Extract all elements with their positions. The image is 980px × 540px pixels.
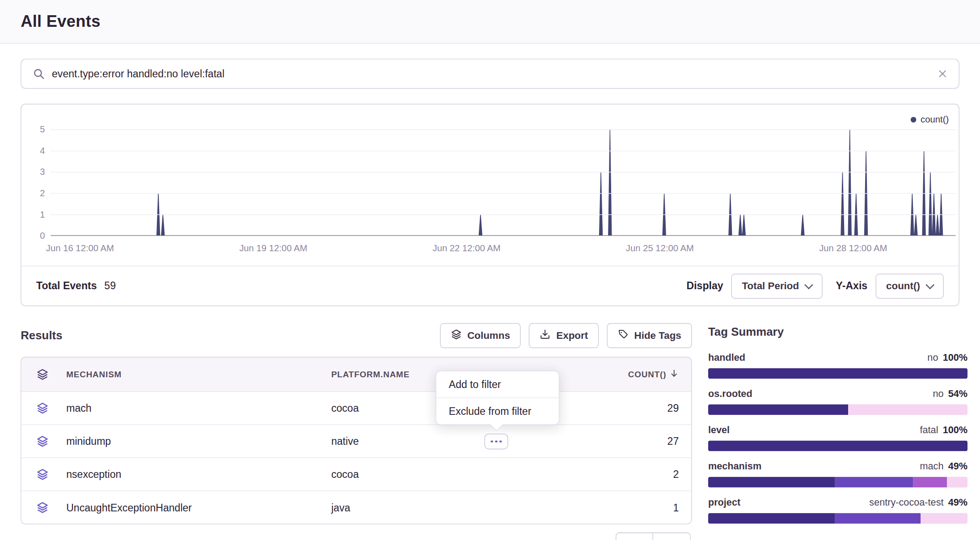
y-axis-label: 5 [21, 124, 45, 135]
column-header-mechanism[interactable]: MECHANISM [66, 370, 331, 379]
table-row[interactable]: UncaughtExceptionHandlerjava1 [21, 490, 692, 523]
tag-value: sentry-cocoa-test 49% [869, 497, 967, 508]
yaxis-select[interactable]: count() [875, 274, 944, 299]
layers-icon [21, 501, 67, 514]
events-area-chart[interactable] [51, 119, 955, 237]
layers-icon [21, 402, 67, 414]
x-axis-label: Jun 25 12:00 AM [607, 243, 713, 253]
tag-bar-segment[interactable] [708, 441, 967, 451]
chart-footer: Total Events 59 Display Total Period Y-A… [21, 266, 959, 305]
sort-desc-icon [669, 369, 679, 380]
cell-count[interactable]: 1 [579, 502, 692, 514]
tag-item: levelfatal 100% [708, 424, 967, 451]
yaxis-select-value: count() [886, 280, 920, 291]
page-header: All Events [0, 0, 980, 44]
tag-bar-segment[interactable] [708, 368, 967, 379]
search-icon [33, 68, 45, 80]
search-bar[interactable]: event.type:error handled:no level:fatal [21, 59, 959, 89]
tag-summary-list: handledno 100%os.rootedno 54%levelfatal … [708, 352, 967, 523]
x-axis-label: Jun 22 12:00 AM [414, 243, 520, 253]
pagination-prev-button[interactable] [616, 532, 653, 540]
menu-item-add-to-filter[interactable]: Add to filter [436, 371, 559, 397]
columns-button[interactable]: Columns [440, 323, 521, 348]
ellipsis-icon [491, 440, 493, 443]
cell-mechanism[interactable]: minidump [66, 435, 331, 447]
ellipsis-icon [495, 440, 498, 443]
cell-mechanism[interactable]: mach [66, 402, 331, 414]
clear-search-icon[interactable] [938, 69, 947, 79]
tag-bar-segment[interactable] [913, 477, 946, 488]
table-row[interactable]: nsexceptioncocoa2 [21, 457, 692, 490]
tag-icon [617, 329, 629, 342]
app-root: All Events event.type:error handled:no l… [0, 0, 980, 540]
cell-platform[interactable]: native [331, 435, 579, 447]
gridline [51, 236, 955, 236]
x-axis-label: Jun 19 12:00 AM [220, 243, 326, 253]
column-header-count[interactable]: COUNT() [579, 369, 692, 380]
total-events-value: 59 [104, 280, 116, 292]
tag-bar-segment[interactable] [947, 477, 967, 488]
tag-label: mechanism [708, 460, 761, 472]
layers-icon [21, 468, 67, 481]
tag-summary-title: Tag Summary [708, 325, 967, 339]
y-axis-label: 1 [21, 209, 45, 220]
page-title: All Events [21, 12, 101, 31]
export-button-label: Export [556, 330, 588, 341]
tag-bar[interactable] [708, 441, 967, 451]
pagination-next-button[interactable] [653, 532, 691, 540]
y-axis-label: 3 [21, 166, 45, 177]
ellipsis-icon [499, 440, 502, 443]
table-row[interactable]: machcocoa29 [21, 392, 692, 425]
results-actions: Columns Export Hide Tags [440, 323, 692, 348]
x-axis-label: Jun 28 12:00 AM [800, 243, 906, 253]
total-events-label: Total Events [36, 280, 97, 292]
cell-mechanism[interactable]: UncaughtExceptionHandler [66, 502, 331, 514]
export-button[interactable]: Export [529, 323, 599, 348]
pagination [616, 532, 691, 540]
tag-bar-segment[interactable] [708, 513, 835, 524]
tag-bar-segment[interactable] [835, 477, 913, 488]
tag-item: mechanismmach 49% [708, 460, 967, 487]
download-icon [540, 329, 551, 342]
gridline [51, 215, 955, 215]
tag-bar[interactable] [708, 405, 967, 415]
chevron-down-icon [805, 280, 814, 289]
tag-bar-segment[interactable] [921, 513, 967, 524]
cell-platform[interactable]: java [331, 502, 579, 514]
filter-context-menu: Add to filter Exclude from filter [435, 371, 559, 425]
display-select[interactable]: Total Period [731, 274, 823, 299]
gridline [51, 151, 955, 151]
tag-bar[interactable] [708, 513, 967, 524]
row-actions-button[interactable] [484, 434, 508, 449]
tag-bar[interactable] [708, 368, 967, 379]
chart-legend[interactable]: count() [911, 114, 949, 124]
cell-count[interactable]: 2 [579, 468, 692, 481]
cell-count[interactable]: 27 [579, 435, 692, 447]
tag-bar[interactable] [708, 477, 967, 488]
cell-count[interactable]: 29 [579, 402, 692, 414]
y-axis-label: 4 [21, 145, 45, 156]
column-header-count-label: COUNT() [628, 370, 667, 379]
table-row[interactable]: minidumpnative27 [21, 424, 692, 457]
events-chart-panel: count() Total Events 59 Display Total Pe… [21, 104, 959, 306]
tag-summary-panel: Tag Summary handledno 100%os.rootedno 54… [708, 325, 967, 533]
hide-tags-button[interactable]: Hide Tags [607, 323, 692, 348]
legend-label: count() [921, 114, 949, 124]
cell-mechanism[interactable]: nsexception [66, 468, 331, 481]
tag-item: handledno 100% [708, 352, 967, 379]
tag-bar-segment[interactable] [708, 477, 835, 488]
columns-button-label: Columns [467, 330, 510, 341]
results-table: MECHANISM PLATFORM.NAME COUNT() machcoco… [21, 357, 692, 524]
cell-platform[interactable]: cocoa [331, 468, 579, 481]
results-header: Results Columns Export Hide Tags [21, 322, 692, 349]
table-body: machcocoa29minidumpnative27nsexceptionco… [21, 392, 692, 524]
tag-bar-segment[interactable] [835, 513, 921, 524]
legend-dot-icon [911, 117, 917, 122]
tag-bar-segment[interactable] [708, 405, 848, 415]
tag-bar-segment[interactable] [848, 405, 967, 415]
tag-label: handled [708, 352, 745, 363]
tag-percent: 100% [943, 352, 967, 363]
tag-label: level [708, 424, 730, 435]
search-input[interactable]: event.type:error handled:no level:fatal [52, 68, 938, 80]
y-axis-label: 2 [21, 187, 45, 198]
